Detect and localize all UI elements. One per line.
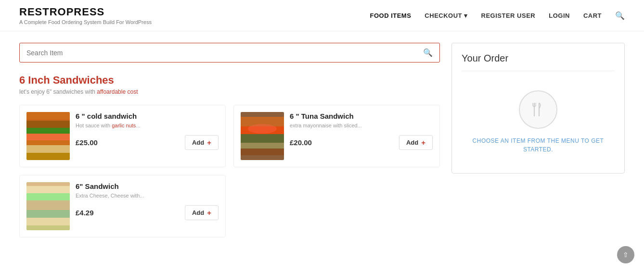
plus-icon: + bbox=[207, 138, 211, 147]
svg-rect-4 bbox=[26, 140, 70, 145]
nav-login[interactable]: LOGIN bbox=[549, 12, 570, 19]
add-button-item-1[interactable]: Add + bbox=[185, 135, 219, 150]
item-image bbox=[26, 182, 70, 230]
add-button-item-3[interactable]: Add + bbox=[185, 205, 219, 220]
order-box: Your Order CHOO bbox=[451, 43, 625, 174]
item-card: 6" Sandwich Extra Cheese, Cheese with...… bbox=[19, 175, 226, 237]
nav-register-user[interactable]: REGISTER USER bbox=[481, 12, 536, 19]
svg-rect-6 bbox=[26, 112, 70, 121]
item-price: £4.29 bbox=[76, 209, 94, 217]
nav: FOOD ITEMS CHECKOUT ▾ REGISTER USER LOGI… bbox=[370, 11, 625, 20]
item-desc: Hot sauce with garlic nuts... bbox=[76, 122, 219, 129]
category-desc: let's enjoy 6" sandwiches with affoardab… bbox=[19, 88, 440, 95]
item-info: 6 " cold sandwich Hot sauce with garlic … bbox=[76, 112, 219, 150]
left-panel: 🔍 6 Inch Sandwiches let's enjoy 6" sandw… bbox=[19, 43, 440, 237]
item-name: 6 " Tuna Sandwich bbox=[290, 112, 433, 120]
plus-icon: + bbox=[207, 209, 211, 217]
search-input[interactable] bbox=[26, 49, 423, 57]
svg-rect-19 bbox=[26, 218, 70, 225]
item-desc: extra mayonnaise with sliced... bbox=[290, 122, 433, 129]
item-card: 6 " cold sandwich Hot sauce with garlic … bbox=[19, 105, 226, 167]
item-footer: £25.00 Add + bbox=[76, 135, 219, 150]
svg-rect-3 bbox=[26, 134, 70, 140]
plus-icon: + bbox=[421, 138, 425, 147]
item-info: 6" Sandwich Extra Cheese, Cheese with...… bbox=[76, 182, 219, 220]
search-bar: 🔍 bbox=[19, 43, 440, 62]
svg-rect-16 bbox=[26, 193, 70, 200]
fork-knife-icon bbox=[519, 90, 557, 129]
svg-point-13 bbox=[248, 124, 277, 134]
order-empty-text: CHOOSE AN ITEM FROM THE MENU TO GET STAR… bbox=[462, 136, 615, 154]
svg-rect-11 bbox=[241, 143, 284, 149]
item-image bbox=[26, 112, 70, 160]
search-icon[interactable]: 🔍 bbox=[615, 11, 625, 20]
svg-rect-12 bbox=[241, 149, 284, 155]
order-empty: CHOOSE AN ITEM FROM THE MENU TO GET STAR… bbox=[462, 81, 615, 163]
svg-rect-17 bbox=[26, 200, 70, 210]
right-panel: Your Order CHOO bbox=[451, 43, 625, 237]
chevron-down-icon: ▾ bbox=[464, 12, 468, 19]
item-footer: £20.00 Add + bbox=[290, 135, 433, 150]
svg-rect-20 bbox=[26, 182, 70, 186]
nav-food-items[interactable]: FOOD ITEMS bbox=[370, 12, 411, 19]
item-price: £25.00 bbox=[76, 138, 98, 147]
item-name: 6 " cold sandwich bbox=[76, 112, 219, 120]
svg-rect-18 bbox=[26, 210, 70, 218]
main-content: 🔍 6 Inch Sandwiches let's enjoy 6" sandw… bbox=[0, 31, 644, 249]
logo-area: RESTROPRESS A Complete Food Ordering Sys… bbox=[19, 6, 152, 25]
item-info: 6 " Tuna Sandwich extra mayonnaise with … bbox=[290, 112, 433, 150]
item-price: £20.00 bbox=[290, 138, 312, 147]
add-button-item-2[interactable]: Add + bbox=[399, 135, 433, 150]
svg-rect-10 bbox=[241, 134, 284, 143]
item-desc: Extra Cheese, Cheese with... bbox=[76, 192, 219, 199]
item-footer: £4.29 Add + bbox=[76, 205, 219, 220]
logo-title: RESTROPRESS bbox=[19, 6, 152, 18]
nav-cart[interactable]: CART bbox=[583, 12, 602, 19]
nav-checkout[interactable]: CHECKOUT ▾ bbox=[425, 12, 467, 19]
header: RESTROPRESS A Complete Food Ordering Sys… bbox=[0, 0, 644, 31]
svg-rect-2 bbox=[26, 128, 70, 134]
item-name: 6" Sandwich bbox=[76, 182, 219, 190]
item-card: 6 " Tuna Sandwich extra mayonnaise with … bbox=[233, 105, 440, 167]
search-icon-input[interactable]: 🔍 bbox=[423, 48, 433, 57]
svg-rect-5 bbox=[26, 145, 70, 153]
order-title: Your Order bbox=[462, 53, 615, 71]
category-title: 6 Inch Sandwiches bbox=[19, 74, 440, 87]
item-image bbox=[241, 112, 284, 160]
items-grid: 6 " cold sandwich Hot sauce with garlic … bbox=[19, 105, 440, 237]
logo-subtitle: A Complete Food Ordering System Build Fo… bbox=[19, 19, 152, 25]
